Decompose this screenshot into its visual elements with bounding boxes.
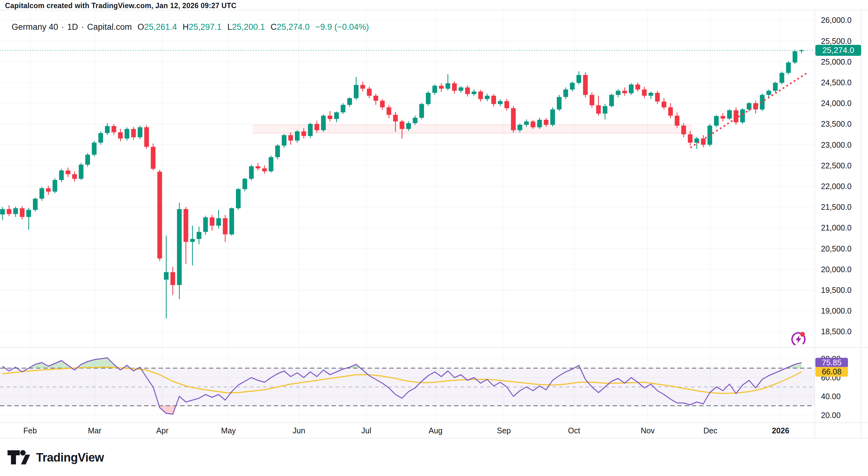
candle-body (727, 110, 732, 119)
candle-body (79, 165, 83, 179)
candle-body (530, 121, 535, 127)
low-value: 25,200.1 (232, 22, 265, 32)
candle-body (472, 92, 476, 94)
time-tick-label[interactable]: Aug (429, 426, 442, 435)
price-tick-label[interactable]: 21,500.0 (821, 203, 851, 211)
price-tick-label[interactable]: 23,500.0 (821, 119, 851, 128)
candle-body (53, 180, 57, 191)
candle-body (596, 106, 601, 114)
candle-body (282, 135, 286, 146)
candle-body (321, 116, 326, 130)
candle-body (602, 106, 607, 114)
trendline-layer (691, 72, 808, 147)
time-tick-label[interactable]: 2026 (772, 426, 789, 435)
candle-body (590, 95, 594, 106)
low-label: L (227, 22, 232, 32)
rsi-value-badge-text: 75.85 (822, 358, 842, 367)
candle-body (380, 101, 385, 107)
price-tick-label[interactable]: 24,000.0 (821, 99, 851, 108)
candle-body (315, 124, 319, 130)
rsi-tick-label[interactable]: 20.00 (821, 411, 841, 420)
candle-body (485, 96, 490, 99)
price-tick-label[interactable]: 19,000.0 (821, 306, 851, 315)
candle-body (642, 89, 647, 96)
time-tick-label[interactable]: Sep (497, 426, 511, 435)
time-tick-label[interactable]: Oct (568, 426, 580, 435)
price-tick-label[interactable]: 25,000.0 (821, 57, 851, 66)
candle-body (780, 73, 784, 83)
candle-body (170, 272, 175, 285)
candle-body (668, 107, 673, 115)
price-tick-label[interactable]: 26,000.0 (821, 16, 851, 25)
price-tick-label[interactable]: 23,000.0 (821, 141, 851, 149)
candle-body (406, 123, 411, 129)
price-tick-label[interactable]: 19,500.0 (821, 286, 851, 294)
time-tick-label[interactable]: Dec (704, 426, 717, 435)
candle-body (413, 118, 417, 123)
candle-body (387, 107, 392, 115)
provider-label[interactable]: Capital.com (87, 22, 132, 32)
candle-body (452, 83, 457, 91)
candle-body (367, 89, 372, 96)
close-label: C (271, 22, 277, 32)
candle-body (524, 121, 529, 125)
candle-body (216, 218, 221, 226)
candle-body (786, 62, 791, 73)
symbol-legend[interactable]: Germany 40·1D·Capital.comO25,261.4H25,29… (11, 22, 369, 32)
lightning-icon[interactable] (790, 330, 807, 348)
candle-body (151, 147, 155, 169)
tradingview-logo[interactable]: TradingView (7, 450, 104, 465)
legend-separator: · (61, 22, 64, 32)
change-value: −9.9 (−0.04%) (315, 22, 369, 32)
candle-body (649, 93, 653, 96)
candle-body (341, 105, 345, 112)
price-tick-label[interactable]: 22,000.0 (821, 182, 851, 191)
candle-body (275, 146, 280, 157)
legend-separator: · (81, 22, 84, 32)
time-tick-label[interactable]: Feb (23, 426, 37, 435)
symbol-name[interactable]: Germany 40 (11, 22, 58, 32)
candle-body (616, 91, 620, 95)
candle-body (334, 112, 339, 119)
candle-body (39, 188, 44, 199)
close-value: 25,274.0 (277, 22, 310, 32)
candle-body (504, 101, 509, 108)
interval-label[interactable]: 1D (67, 22, 78, 32)
price-tick-label[interactable]: 20,000.0 (821, 265, 851, 274)
price-chart-canvas[interactable]: 26,000.025,500.025,000.024,500.024,000.0… (0, 0, 868, 476)
candle-body (400, 121, 404, 129)
candle-body (328, 116, 333, 119)
price-tick-label[interactable]: 22,500.0 (821, 161, 851, 170)
time-tick-label[interactable]: Nov (641, 426, 655, 435)
time-tick-label[interactable]: Mar (88, 426, 101, 435)
candle-body (144, 127, 149, 147)
time-tick-label[interactable]: Jun (293, 426, 305, 435)
candle-body (236, 189, 241, 208)
candle-body (197, 232, 202, 239)
candle-body (688, 134, 692, 142)
price-tick-label[interactable]: 20,500.0 (821, 244, 851, 253)
candle-body (118, 132, 123, 139)
time-tick-label[interactable]: Jul (361, 426, 371, 435)
price-tick-label[interactable]: 18,500.0 (821, 327, 851, 336)
candle-body (190, 239, 195, 242)
time-axis[interactable]: FebMarAprMayJunJulAugSepOctNovDec2026 (23, 426, 789, 435)
candle-body (112, 126, 116, 132)
time-tick-label[interactable]: May (221, 426, 236, 435)
candle-body (537, 120, 542, 127)
price-tick-label[interactable]: 25,500.0 (821, 37, 851, 46)
candle-body (511, 108, 516, 130)
candle-body (7, 209, 11, 214)
candle-body (636, 85, 640, 90)
price-tick-label[interactable]: 21,000.0 (821, 223, 851, 232)
rsi-tick-label[interactable]: 40.00 (821, 392, 841, 401)
last-price-badge-text: 25,274.0 (822, 46, 854, 55)
time-tick-label[interactable]: Apr (156, 426, 168, 435)
notification-dot-icon (800, 332, 805, 337)
candle-body (426, 93, 431, 104)
candle-body (563, 89, 568, 97)
rsi-ma-value-badge-text: 66.08 (822, 367, 842, 376)
candle-body (72, 174, 77, 179)
price-tick-label[interactable]: 24,500.0 (821, 78, 851, 87)
tradingview-mark-icon (7, 450, 32, 465)
